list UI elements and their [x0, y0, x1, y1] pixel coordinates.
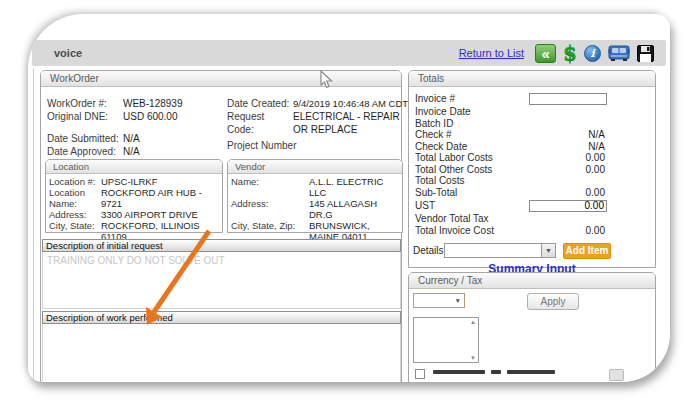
totals-label: UST — [413, 200, 529, 211]
totals-label: Total Invoice Cost — [413, 225, 525, 236]
field-value: 9/4/2019 10:46:48 AM CDT — [293, 97, 408, 110]
clipped-text-fragment — [507, 370, 555, 374]
totals-label: Check Date — [413, 141, 525, 152]
content-divider — [33, 68, 34, 382]
totals-value: 0.00 — [525, 164, 605, 175]
details-label: Details — [413, 245, 444, 256]
field-label: Location Name: — [49, 187, 101, 209]
clipped-bottom-row — [409, 369, 655, 382]
field-row: Project Number — [227, 139, 403, 152]
field-label: Date Submitted: — [47, 132, 123, 145]
field-label: Date Created: — [227, 97, 293, 110]
totals-row: Batch ID — [413, 118, 651, 130]
field-label: Project Number — [227, 139, 296, 152]
vendor-box-title: Vendor — [228, 160, 402, 174]
totals-rows: Invoice # Invoice Date Batch ID Check # … — [409, 87, 655, 236]
field-row: Name: A.L.L. ELECTRIC LLC — [228, 176, 402, 198]
field-label: Original DNE: — [47, 110, 123, 123]
field-value: USD 600.00 — [123, 110, 177, 123]
initial-request-header: Description of initial request — [42, 239, 401, 252]
field-label: Location #: — [49, 176, 101, 187]
field-label: Address: — [49, 209, 101, 220]
field-value: ELECTRICAL - REPAIR OR REPLACE — [293, 110, 401, 136]
totals-value: N/A — [525, 129, 605, 140]
field-row: Date Created: 9/4/2019 10:46:48 AM CDT — [227, 97, 403, 110]
vendor-box: Vendor Name: A.L.L. ELECTRIC LLC Address… — [227, 159, 403, 233]
field-value: UPSC-ILRKF — [101, 176, 157, 187]
totals-label: Vendor Total Tax — [413, 213, 525, 224]
clipped-text-fragment — [491, 370, 501, 374]
work-performed-header: Description of work performed — [42, 311, 401, 324]
details-row: Details ▼ Add Item — [409, 242, 655, 259]
field-value: 3300 AIRPORT DRIVE — [101, 209, 198, 220]
totals-row: Invoice Date — [413, 106, 651, 118]
totals-label: Total Labor Costs — [413, 152, 525, 163]
field-value: ROCKFORD AIR HUB - 9721 — [101, 187, 219, 209]
totals-panel: Totals Invoice # Invoice Date Batch ID C… — [408, 70, 656, 268]
totals-value: N/A — [525, 141, 605, 152]
checkbox[interactable] — [415, 369, 425, 379]
work-performed-textarea[interactable] — [42, 324, 401, 382]
clipped-text-fragment — [433, 370, 485, 374]
totals-value: 0.00 — [525, 152, 605, 163]
totals-row: Check Date N/A — [413, 141, 651, 153]
totals-label: Total Other Costs — [413, 164, 525, 175]
totals-row: Vendor Total Tax — [413, 213, 651, 225]
field-label: Request Code: — [227, 110, 293, 136]
field-label: Address: — [231, 198, 309, 220]
totals-label: Sub-Total — [413, 187, 525, 198]
ust-input[interactable] — [529, 200, 607, 212]
currency-tax-panel: Currency / Tax ▼ Apply ▲ ▼ — [408, 272, 656, 382]
tax-listbox[interactable]: ▲ ▼ — [413, 317, 479, 363]
field-row: Address: 145 ALLAGASH DR.G — [228, 198, 402, 220]
field-label: Name: — [231, 176, 309, 198]
field-value: WEB-128939 — [123, 97, 182, 110]
totals-row: UST — [413, 198, 651, 213]
initial-request-textarea[interactable]: TRAINING ONLY DO NOT SOLVE OUT — [42, 252, 401, 309]
invoice-number-input[interactable] — [529, 93, 607, 105]
chevron-down-icon[interactable]: ▼ — [541, 244, 555, 257]
currency-row: ▼ Apply — [409, 293, 655, 309]
save-icon[interactable] — [637, 45, 654, 62]
back-icon[interactable]: « — [535, 44, 556, 63]
truck-icon[interactable] — [608, 45, 630, 61]
totals-row: Check # N/A — [413, 129, 651, 141]
workorder-panel: WorkOrder WorkOrder #: WEB-128939 Origin… — [40, 70, 402, 382]
add-item-button[interactable]: Add Item — [563, 243, 611, 259]
scroll-down-icon[interactable]: ▼ — [470, 355, 476, 361]
field-row: Location #: UPSC-ILRKF — [46, 176, 222, 187]
currency-dropdown[interactable]: ▼ — [413, 293, 465, 308]
field-row: Original DNE: USD 600.00 — [47, 110, 227, 123]
return-to-list-link[interactable]: Return to List — [459, 47, 524, 59]
location-box-title: Location — [46, 160, 222, 174]
dollar-icon[interactable]: $ — [563, 43, 577, 63]
totals-label: Check # — [413, 129, 525, 140]
details-dropdown[interactable]: ▼ — [444, 243, 556, 258]
totals-row: Sub-Total 0.00 — [413, 187, 651, 199]
toolbar: voice Return to List « $ i — [32, 40, 666, 66]
field-label: WorkOrder #: — [47, 97, 123, 110]
totals-row: Invoice # — [413, 91, 651, 106]
field-row: WorkOrder #: WEB-128939 — [47, 97, 227, 110]
totals-row: Total Labor Costs 0.00 — [413, 152, 651, 164]
totals-value: 0.00 — [525, 187, 605, 198]
field-value: 145 ALLAGASH DR.G — [309, 198, 399, 220]
workorder-fields-right: Date Created: 9/4/2019 10:46:48 AM CDT R… — [227, 97, 403, 152]
scroll-up-icon[interactable]: ▲ — [470, 319, 476, 325]
totals-label: Invoice Date — [413, 106, 525, 117]
page-title: voice — [54, 47, 82, 59]
field-row: Date Submitted: N/A — [47, 132, 227, 145]
chevron-down-icon: ▼ — [455, 297, 461, 304]
totals-label: Batch ID — [413, 118, 525, 129]
info-icon[interactable]: i — [584, 45, 601, 62]
field-row: Address: 3300 AIRPORT DRIVE — [46, 209, 222, 220]
toolbar-actions: Return to List « $ i — [459, 40, 654, 66]
field-value: A.L.L. ELECTRIC LLC — [309, 176, 399, 198]
totals-panel-title: Totals — [409, 71, 655, 87]
field-row: Date Approved: N/A — [47, 145, 227, 158]
apply-button[interactable]: Apply — [527, 293, 579, 310]
location-box: Location Location #: UPSC-ILRKF Location… — [45, 159, 223, 233]
field-value: N/A — [123, 145, 140, 158]
field-label: Date Approved: — [47, 145, 123, 158]
totals-value: 0.00 — [525, 225, 605, 236]
